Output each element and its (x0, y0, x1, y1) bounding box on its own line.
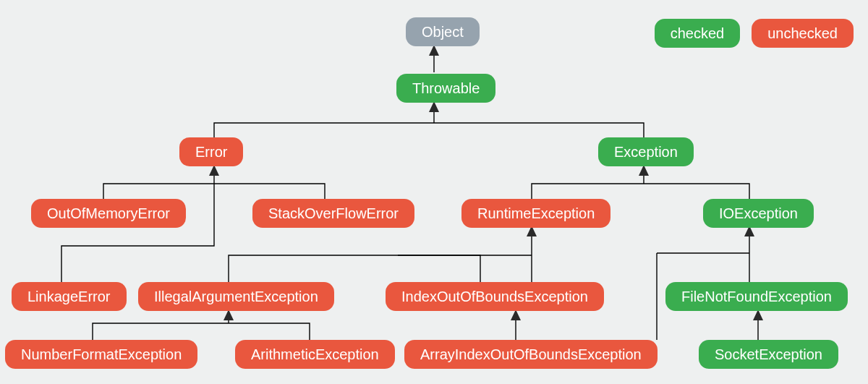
legend-checked: checked (655, 19, 741, 48)
svg-marker-5 (224, 310, 234, 320)
node-ioobe: IndexOutOfBoundsException (386, 282, 604, 311)
node-illegalarg: IllegalArgumentException (138, 282, 334, 311)
svg-marker-2 (209, 165, 219, 176)
legend: checked unchecked (655, 19, 854, 48)
node-filenf: FileNotFoundException (665, 282, 848, 311)
svg-marker-3 (639, 165, 649, 176)
node-exception: Exception (598, 137, 694, 166)
svg-marker-8 (753, 310, 763, 320)
connector-lines (0, 0, 868, 384)
svg-marker-0 (429, 45, 439, 56)
node-sofe: StackOverFlowError (252, 199, 414, 228)
node-nfe: NumberFormatException (5, 340, 197, 369)
svg-marker-6 (511, 310, 521, 320)
node-socket: SocketException (699, 340, 838, 369)
svg-marker-1 (429, 101, 439, 112)
node-aioobe: ArrayIndexOutOfBoundsException (404, 340, 658, 369)
legend-unchecked: unchecked (752, 19, 854, 48)
node-arith: ArithmeticException (235, 340, 395, 369)
node-runtime: RuntimeException (461, 199, 610, 228)
node-error: Error (179, 137, 243, 166)
node-oome: OutOfMemoryError (31, 199, 186, 228)
node-io: IOException (703, 199, 814, 228)
node-throwable: Throwable (396, 74, 495, 103)
node-linkage: LinkageError (12, 282, 127, 311)
node-object: Object (406, 17, 480, 46)
